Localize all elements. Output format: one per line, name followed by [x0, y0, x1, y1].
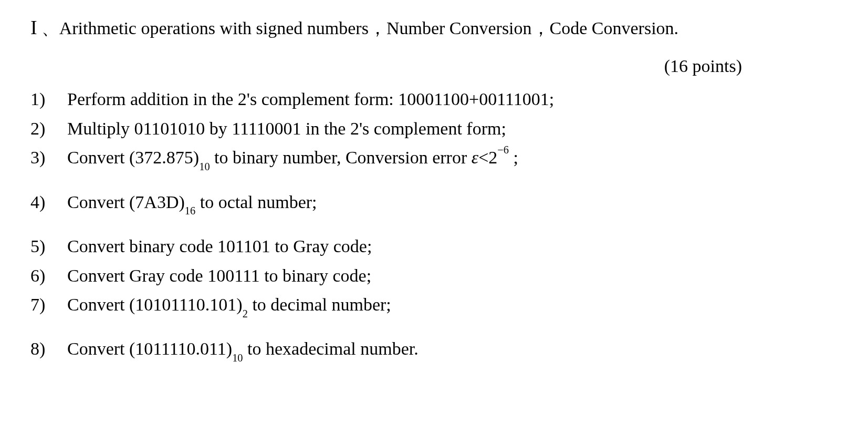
- section-points: (16 points): [21, 56, 847, 76]
- question-number: 6): [30, 263, 67, 288]
- q3-pre: Convert (372.875): [67, 148, 199, 167]
- question-text: Convert (10101110.101)2 to decimal numbe…: [67, 292, 847, 318]
- section-corner: 、: [41, 18, 59, 38]
- question-7: 7) Convert (10101110.101)2 to decimal nu…: [30, 292, 847, 318]
- q3-lt: <2: [478, 148, 497, 167]
- q4-end: to octal number;: [195, 192, 317, 212]
- section-title-text: Arithmetic operations with signed number…: [59, 18, 678, 38]
- question-number: 2): [30, 116, 67, 141]
- q3-epsilon: ε: [472, 148, 478, 167]
- q7-sub: 2: [243, 308, 248, 319]
- q8-pre: Convert (1011110.011): [67, 339, 232, 358]
- question-text: Convert Gray code 100111 to binary code;: [67, 263, 847, 288]
- exam-page: I、Arithmetic operations with signed numb…: [0, 0, 868, 374]
- question-text: Convert (1011110.011)10 to hexadecimal n…: [67, 336, 847, 363]
- question-text: Convert binary code 101101 to Gray code;: [67, 234, 847, 259]
- question-number: 7): [30, 292, 67, 318]
- question-3: 3) Convert (372.875)10 to binary number,…: [30, 145, 847, 171]
- question-4: 4) Convert (7A3D)16 to octal number;: [30, 190, 847, 216]
- question-list: 1) Perform addition in the 2's complemen…: [21, 87, 847, 363]
- section-numeral: I: [30, 16, 41, 38]
- question-text: Multiply 01101010 by 11110001 in the 2's…: [67, 116, 847, 141]
- q3-end: ;: [509, 148, 518, 167]
- q4-sub: 16: [185, 205, 195, 216]
- question-number: 1): [30, 87, 67, 112]
- question-6: 6) Convert Gray code 100111 to binary co…: [30, 263, 847, 288]
- section-title: I、Arithmetic operations with signed numb…: [21, 16, 847, 40]
- question-number: 8): [30, 336, 67, 363]
- question-number: 4): [30, 190, 67, 216]
- q7-end: to decimal number;: [248, 295, 391, 314]
- question-1: 1) Perform addition in the 2's complemen…: [30, 87, 847, 112]
- q7-pre: Convert (10101110.101): [67, 295, 243, 314]
- q8-end: to hexadecimal number.: [243, 339, 419, 358]
- q3-mid: to binary number, Conversion error: [210, 148, 472, 167]
- question-text: Convert (372.875)10 to binary number, Co…: [67, 145, 847, 171]
- question-number: 3): [30, 145, 67, 171]
- q3-sup: −6: [497, 144, 509, 156]
- q3-sub: 10: [199, 161, 210, 172]
- q8-sub: 10: [232, 352, 243, 364]
- question-text: Perform addition in the 2's complement f…: [67, 87, 847, 112]
- question-number: 5): [30, 234, 67, 259]
- question-text: Convert (7A3D)16 to octal number;: [67, 190, 847, 216]
- question-2: 2) Multiply 01101010 by 11110001 in the …: [30, 116, 847, 141]
- question-5: 5) Convert binary code 101101 to Gray co…: [30, 234, 847, 259]
- question-8: 8) Convert (1011110.011)10 to hexadecima…: [30, 336, 847, 363]
- q4-pre: Convert (7A3D): [67, 192, 185, 212]
